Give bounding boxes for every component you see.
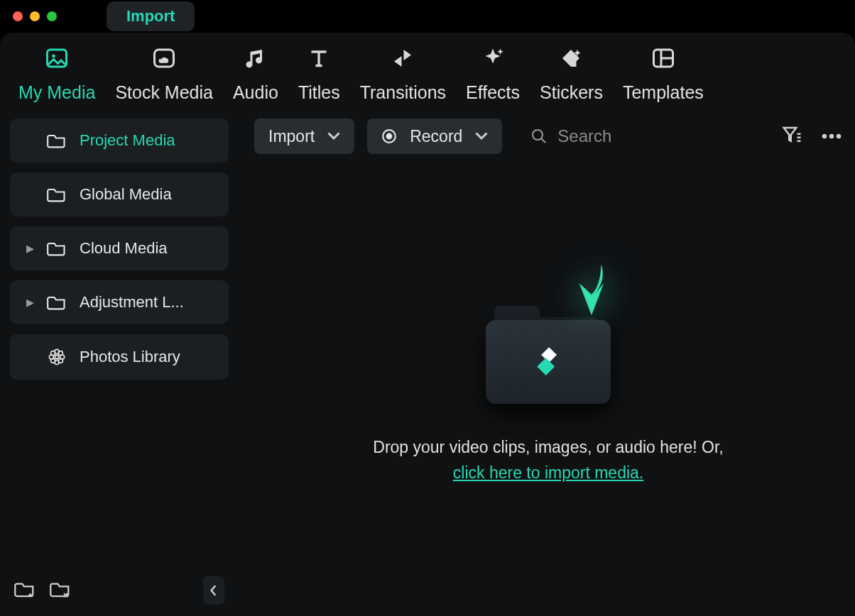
- media-panel: Import Record: [239, 110, 855, 616]
- folder-icon: [47, 240, 67, 257]
- tab-my-media[interactable]: My Media: [18, 45, 95, 103]
- layout-icon: [650, 45, 676, 75]
- new-folder-button[interactable]: [14, 580, 36, 601]
- image-icon: [44, 45, 70, 75]
- media-dropzone[interactable]: Drop your video clips, images, or audio …: [254, 154, 842, 607]
- sidebar-item-global-media[interactable]: ▸ Global Media: [10, 172, 229, 216]
- svg-point-10: [58, 351, 62, 356]
- chevron-down-icon: [475, 132, 488, 141]
- sidebar-item-photos-library[interactable]: ▸ Photos Library: [10, 334, 229, 380]
- sidebar-item-label: Adjustment L...: [80, 293, 184, 312]
- tab-label: Transitions: [360, 82, 446, 103]
- tab-label: Audio: [233, 82, 278, 103]
- titlebar: Import: [0, 0, 855, 33]
- sparkle-icon: [480, 45, 506, 75]
- tab-label: Stock Media: [115, 82, 213, 103]
- svg-rect-20: [537, 358, 555, 375]
- tab-label: Effects: [466, 82, 520, 103]
- more-options-button[interactable]: [821, 130, 842, 143]
- svg-point-4: [55, 355, 58, 358]
- svg-point-18: [837, 134, 842, 139]
- delete-folder-button[interactable]: [50, 580, 71, 601]
- sidebar-item-label: Global Media: [80, 185, 172, 204]
- tab-transitions[interactable]: Transitions: [360, 45, 446, 103]
- tab-stock-media[interactable]: Stock Media: [115, 45, 213, 103]
- tab-effects[interactable]: Effects: [466, 45, 520, 103]
- tab-label: Stickers: [540, 82, 603, 103]
- search-icon: [530, 128, 548, 145]
- svg-point-1: [52, 55, 55, 58]
- category-tabs: My Media Stock Media Audio Titles Transi…: [0, 33, 855, 110]
- tab-label: Templates: [623, 82, 704, 103]
- import-label: Import: [268, 127, 315, 146]
- sidebar: ▸ Project Media ▸ Global Media ▸ Cloud M…: [0, 110, 239, 616]
- search-field[interactable]: [530, 126, 699, 146]
- record-label: Record: [410, 127, 462, 146]
- dropzone-text: Drop your video clips, images, or audio …: [373, 435, 723, 485]
- music-icon: [243, 45, 268, 75]
- content-area: ▸ Project Media ▸ Global Media ▸ Cloud M…: [0, 110, 855, 616]
- app-logo-icon: [533, 346, 564, 378]
- filter-button[interactable]: [781, 125, 802, 148]
- record-icon: [381, 128, 397, 144]
- tab-label: My Media: [18, 82, 95, 103]
- svg-point-17: [829, 134, 834, 139]
- import-dropdown[interactable]: Import: [254, 119, 354, 154]
- svg-point-12: [58, 358, 62, 363]
- window-minimize-button[interactable]: [30, 11, 40, 21]
- sidebar-item-adjustment-layers[interactable]: ▸ Adjustment L...: [10, 280, 229, 324]
- download-arrow-icon: [567, 260, 616, 317]
- text-icon: [306, 45, 332, 75]
- photos-icon: [47, 347, 67, 367]
- chevron-right-icon[interactable]: ▸: [26, 293, 34, 312]
- svg-point-9: [51, 351, 55, 356]
- sidebar-item-label: Cloud Media: [80, 239, 168, 258]
- folder-icon: [47, 294, 67, 311]
- cloud-icon: [151, 45, 177, 75]
- dropzone-graphic: [486, 276, 611, 404]
- sidebar-item-project-media[interactable]: ▸ Project Media: [10, 119, 229, 163]
- transition-icon: [390, 45, 415, 75]
- folder-icon: [47, 186, 67, 203]
- import-media-link[interactable]: click here to import media.: [453, 463, 643, 482]
- sidebar-item-label: Project Media: [80, 131, 175, 150]
- tab-label: Titles: [298, 82, 340, 103]
- main-panel: My Media Stock Media Audio Titles Transi…: [0, 33, 855, 616]
- app-tab-import[interactable]: Import: [107, 1, 195, 31]
- svg-point-15: [533, 130, 543, 140]
- svg-point-16: [822, 134, 827, 139]
- chevron-right-icon[interactable]: ▸: [26, 239, 34, 258]
- record-dropdown[interactable]: Record: [367, 119, 502, 154]
- collapse-sidebar-button[interactable]: [203, 576, 224, 605]
- sidebar-item-cloud-media[interactable]: ▸ Cloud Media: [10, 226, 229, 270]
- window-close-button[interactable]: [13, 11, 23, 21]
- tab-audio[interactable]: Audio: [233, 45, 278, 103]
- tab-stickers[interactable]: Stickers: [540, 45, 603, 103]
- chevron-down-icon: [327, 132, 340, 141]
- search-input[interactable]: [557, 126, 699, 146]
- svg-point-11: [51, 358, 55, 363]
- panel-toolbar: Import Record: [254, 119, 842, 154]
- window-zoom-button[interactable]: [47, 11, 57, 21]
- folder-icon: [47, 132, 67, 149]
- tab-titles[interactable]: Titles: [298, 45, 340, 103]
- sidebar-item-label: Photos Library: [80, 348, 180, 366]
- tab-templates[interactable]: Templates: [623, 45, 704, 103]
- sticker-icon: [558, 45, 584, 75]
- dropzone-line1: Drop your video clips, images, or audio …: [373, 438, 723, 456]
- sidebar-footer: [10, 569, 229, 607]
- svg-point-14: [386, 133, 393, 140]
